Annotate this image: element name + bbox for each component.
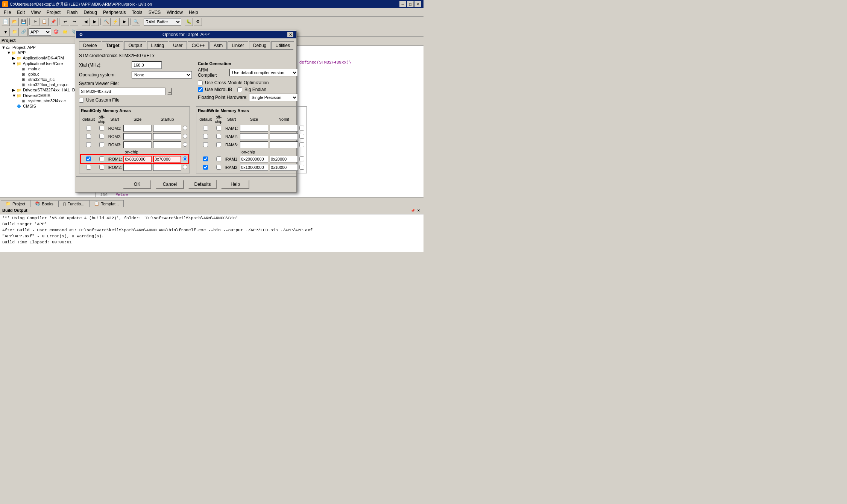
ram-row-ram3: RAM3: (198, 141, 305, 149)
rom1-start[interactable] (123, 125, 152, 132)
dialog-tab-asm[interactable]: Asm (209, 41, 227, 49)
dialog-tab-device[interactable]: Device (79, 41, 101, 49)
iram1-noinit-cb[interactable] (299, 156, 304, 161)
ram2-label: RAM2: (225, 134, 238, 139)
ram-onchip-label: on-chip (198, 149, 299, 155)
dialog-tab-listing[interactable]: Listing (147, 41, 168, 49)
ram2-noinit-cb[interactable] (299, 134, 304, 139)
iram2-size[interactable] (270, 164, 298, 171)
iram1-offchip-cb[interactable] (216, 156, 221, 161)
ram-col-start: Start (224, 114, 239, 124)
iram1-start[interactable] (240, 156, 268, 162)
ram-row-ram2: RAM2: (198, 132, 305, 141)
ram3-offchip-cb[interactable] (216, 142, 221, 147)
ram1-size[interactable] (270, 125, 298, 132)
rom1-size[interactable] (153, 125, 181, 132)
cross-module-label: Use Cross-Module Optimization (205, 80, 269, 85)
rom2-default-cb[interactable] (86, 134, 91, 139)
cross-module-checkbox[interactable] (198, 80, 203, 85)
rom2-label: ROM2: (108, 134, 121, 139)
ram2-offchip-cb[interactable] (216, 134, 221, 139)
dialog-tab-debug[interactable]: Debug (249, 41, 270, 49)
irom1-start[interactable] (123, 156, 152, 162)
xtal-row: Xtal (MHz): (79, 61, 192, 69)
ram3-default-cb[interactable] (203, 142, 208, 147)
irom1-label: IROM1: (108, 157, 122, 161)
dialog-two-col: Xtal (MHz): Operating system: None Syste… (79, 61, 293, 104)
dialog-tab-target[interactable]: Target (102, 41, 124, 50)
iram2-default-cb[interactable] (203, 165, 208, 170)
ram1-noinit-cb[interactable] (299, 126, 304, 131)
ram3-noinit-cb[interactable] (299, 142, 304, 147)
dialog-tab-output[interactable]: Output (124, 41, 146, 49)
ram3-start[interactable] (240, 141, 268, 148)
rom2-offchip-cb[interactable] (99, 134, 104, 139)
big-endian-checkbox[interactable] (237, 87, 242, 92)
ram1-start[interactable] (240, 125, 268, 132)
dialog-tab-utilities[interactable]: Utilities (271, 41, 294, 49)
rom1-default-cb[interactable] (86, 126, 91, 131)
custom-file-checkbox[interactable] (79, 98, 84, 103)
os-row: Operating system: None (79, 71, 192, 79)
rom3-start[interactable] (123, 141, 152, 148)
iram2-noinit-cb[interactable] (299, 165, 304, 170)
ok-button[interactable]: OK (123, 180, 151, 189)
irom2-offchip-cb[interactable] (99, 165, 104, 170)
compiler-select[interactable]: Use default compiler version (229, 69, 298, 76)
microlib-checkbox[interactable] (198, 87, 203, 92)
rom2-startup[interactable] (183, 134, 187, 138)
dialog-tab-user[interactable]: User (169, 41, 187, 49)
rom-row-rom2: ROM2: (81, 132, 188, 141)
rom1-startup[interactable] (183, 126, 187, 130)
svf-input[interactable] (79, 88, 165, 95)
dialog-tab-cpp[interactable]: C/C++ (188, 41, 209, 49)
iram1-label: IRAM1: (225, 157, 238, 161)
dialog-close-button[interactable]: ✕ (287, 32, 293, 37)
rom-col-startup: Startup (152, 114, 182, 124)
rom-row-rom1: ROM1: (81, 124, 188, 132)
rom-onchip-label-row: on-chip (81, 149, 188, 155)
irom2-label: IROM2: (108, 165, 122, 170)
irom2-startup[interactable] (183, 165, 187, 169)
xtal-input[interactable] (132, 61, 162, 69)
irom1-offchip-cb[interactable] (99, 156, 104, 161)
irom2-size[interactable] (153, 164, 181, 171)
iram1-size[interactable] (270, 156, 298, 162)
rom1-offchip-cb[interactable] (99, 126, 104, 131)
help-button[interactable]: Help (221, 180, 249, 189)
ram2-default-cb[interactable] (203, 134, 208, 139)
rom2-start[interactable] (123, 133, 152, 140)
cancel-button[interactable]: Cancel (156, 180, 184, 189)
iram1-default-cb[interactable] (203, 156, 208, 161)
rom-col-default: default (81, 114, 96, 124)
ram1-default-cb[interactable] (203, 126, 208, 131)
ram3-size[interactable] (270, 141, 298, 148)
os-select[interactable]: None (132, 71, 192, 79)
rom3-size[interactable] (153, 141, 181, 148)
dialog-footer: OK Cancel Defaults Help (76, 176, 296, 192)
rom1-label: ROM1: (108, 126, 121, 131)
irom1-default-cb[interactable] (86, 156, 91, 161)
rom3-default-cb[interactable] (86, 142, 91, 147)
rom3-offchip-cb[interactable] (99, 142, 104, 147)
irom2-default-cb[interactable] (86, 165, 91, 170)
svf-browse-btn[interactable]: ... (167, 88, 172, 95)
irom1-size[interactable] (153, 156, 181, 162)
device-label: STMicroelectronics STM32F407VETx (79, 53, 293, 58)
ram2-size[interactable] (270, 133, 298, 140)
ram2-start[interactable] (240, 133, 268, 140)
dialog-tab-linker[interactable]: Linker (228, 41, 248, 49)
iram2-start[interactable] (240, 164, 268, 171)
rom3-startup[interactable] (183, 142, 187, 147)
ram-row-iram2: IRAM2: (198, 163, 305, 172)
microlib-label: Use MicroLIB (205, 87, 232, 92)
iram2-offchip-cb[interactable] (216, 165, 221, 170)
defaults-button[interactable]: Defaults (188, 180, 217, 189)
fpu-select[interactable]: Single Precision Not Used Double Precisi… (249, 94, 298, 101)
ram1-offchip-cb[interactable] (216, 126, 221, 131)
irom1-startup[interactable] (183, 156, 187, 161)
rom2-size[interactable] (153, 133, 181, 140)
ram-onchip-label-row: on-chip (198, 149, 305, 155)
irom2-start[interactable] (123, 164, 152, 171)
dialog-title-text: Options for Target 'APP' (162, 32, 210, 37)
